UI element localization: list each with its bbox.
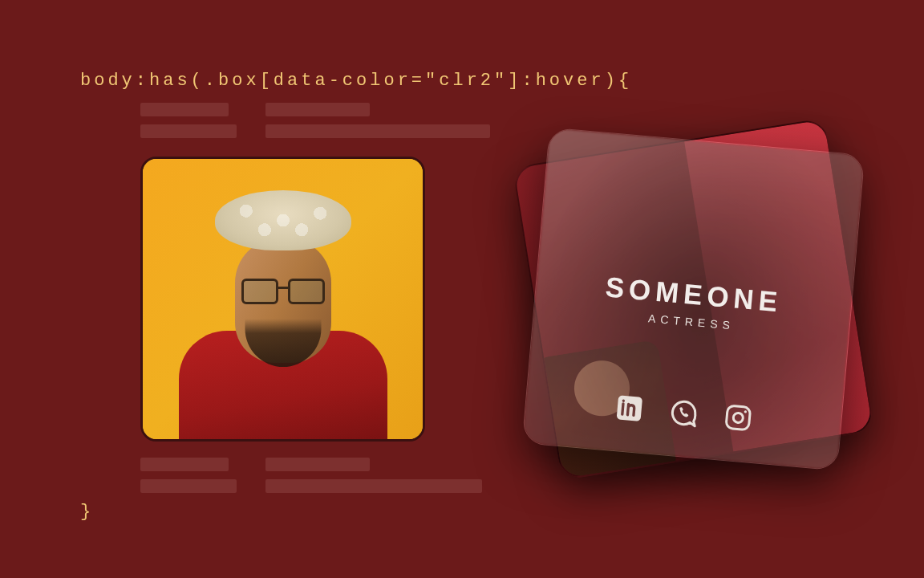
photo-person xyxy=(171,182,395,439)
placeholder-bar xyxy=(140,458,229,471)
card-role: ACTRESS xyxy=(648,311,736,332)
css-close-brace: } xyxy=(80,502,94,522)
card-name: SOMEONE xyxy=(604,271,784,318)
profile-card-front[interactable]: SOMEONE ACTRESS xyxy=(522,128,865,471)
css-selector-code: body:has(.box[data-color="clr2"]:hover){ xyxy=(80,71,632,91)
placeholder-bar xyxy=(265,103,370,116)
placeholder-bar xyxy=(140,103,229,116)
svg-point-3 xyxy=(744,410,747,413)
placeholder-bar xyxy=(265,458,370,471)
placeholder-bar xyxy=(265,479,482,493)
placeholder-bar xyxy=(140,124,237,138)
profile-card-stack: SOMEONE ACTRESS xyxy=(535,140,852,458)
svg-point-2 xyxy=(732,413,743,423)
linkedin-icon[interactable] xyxy=(612,391,646,425)
placeholder-rows-top xyxy=(140,103,490,138)
whatsapp-icon[interactable] xyxy=(666,396,700,430)
placeholder-bar xyxy=(140,479,237,493)
profile-photo-box[interactable] xyxy=(140,157,425,442)
placeholder-rows-bottom xyxy=(140,458,482,493)
instagram-icon[interactable] xyxy=(720,401,755,435)
svg-rect-1 xyxy=(725,405,750,430)
placeholder-bar xyxy=(265,124,490,138)
